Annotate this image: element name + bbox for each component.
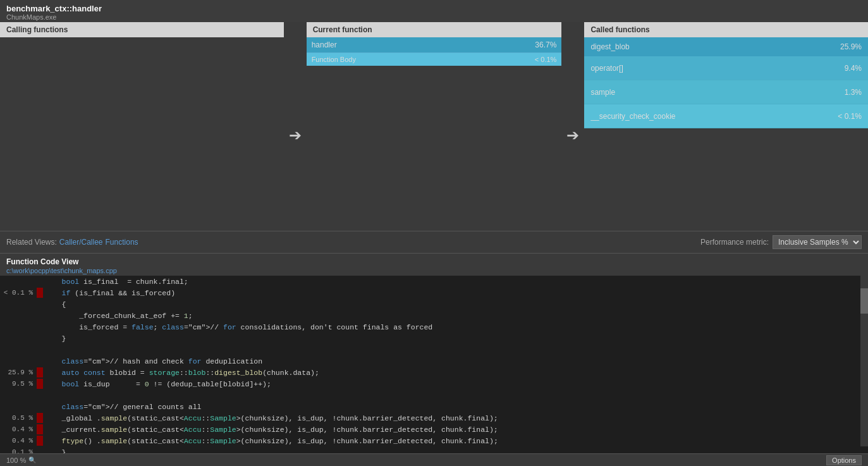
called-item-0-pct: 25.9% bbox=[840, 42, 862, 51]
line-highlight-indicator bbox=[37, 436, 43, 446]
table-row: is_forced = false; class="cm">// for con… bbox=[0, 321, 859, 333]
called-item-3-pct: < 0.1% bbox=[838, 112, 862, 121]
calling-functions-panel: Calling functions process 36.7% bbox=[0, 22, 284, 37]
line-highlight-indicator bbox=[37, 288, 43, 298]
table-row: 0.4 % ftype() .sample(static_cast<Accu::… bbox=[0, 435, 859, 446]
header-title: benchmark_ctx::handler bbox=[6, 4, 862, 13]
table-row: 9.5 % bool is_dup = 0 != (dedup_table[bl… bbox=[0, 378, 859, 389]
called-item-3-name: __security_check_cookie bbox=[590, 112, 675, 121]
line-code: class="cm">// hash and check for dedupli… bbox=[44, 357, 262, 365]
table-row: bool is_final = chunk.final; bbox=[0, 276, 859, 287]
table-row: < 0.1 % if (is_final && is_forced) bbox=[0, 287, 859, 298]
table-row bbox=[0, 344, 859, 355]
called-item-2-pct: 1.3% bbox=[845, 88, 862, 97]
called-item-1: operator[] 9.4% bbox=[584, 56, 868, 80]
line-pct: 0.4 % bbox=[0, 437, 37, 445]
line-code: is_forced = false; class="cm">// for con… bbox=[44, 323, 432, 331]
header: benchmark_ctx::handler ChunkMaps.exe bbox=[0, 0, 868, 22]
current-handler-name: handler bbox=[312, 40, 337, 49]
perf-metric-select[interactable]: Inclusive Samples % bbox=[773, 235, 862, 249]
current-handler-row: handler 36.7% bbox=[307, 37, 562, 53]
current-funcbody-pct: < 0.1% bbox=[535, 56, 557, 63]
related-views-right: Performance metric: Inclusive Samples % bbox=[700, 235, 862, 249]
zoom-value: 100 % bbox=[6, 457, 26, 464]
line-pct: 0.5 % bbox=[0, 414, 37, 422]
line-code: _forced_chunk_at_eof += 1; bbox=[44, 312, 193, 320]
table-row: _forced_chunk_at_eof += 1; bbox=[0, 310, 859, 321]
current-handler-pct: 36.7% bbox=[535, 40, 556, 49]
line-code: { bbox=[44, 300, 66, 309]
called-item-2-name: sample bbox=[590, 88, 615, 97]
flame-section: Calling functions process 36.7% ➔ Curren… bbox=[0, 22, 868, 231]
called-item-3: __security_check_cookie < 0.1% bbox=[584, 104, 868, 128]
table-row bbox=[0, 389, 859, 401]
table-row: class="cm">// general counts all bbox=[0, 401, 859, 412]
arrow-current-to-called: ➔ bbox=[561, 40, 584, 231]
called-item-1-name: operator[] bbox=[590, 64, 623, 73]
header-subtitle: ChunkMaps.exe bbox=[6, 13, 862, 21]
options-button[interactable]: Options bbox=[826, 455, 862, 465]
called-item-0-name: digest_blob bbox=[590, 42, 629, 51]
table-row: } bbox=[0, 333, 859, 344]
status-bar: 100 % 🔍 Options bbox=[0, 453, 868, 466]
called-functions-body[interactable]: digest_blob 25.9% operator[] 9.4% sample… bbox=[584, 37, 868, 128]
code-view-path: c:\work\pocpp\test\chunk_maps.cpp bbox=[6, 267, 862, 274]
functions-link[interactable]: Functions bbox=[106, 238, 138, 247]
code-view-title: Function Code View bbox=[6, 257, 862, 266]
code-area[interactable]: bool is_final = chunk.final;< 0.1 % if (… bbox=[0, 276, 868, 459]
line-pct: 0.4 % bbox=[0, 426, 37, 433]
line-code: _global .sample(static_cast<Accu::Sample… bbox=[44, 414, 498, 422]
zoom-icon: 🔍 bbox=[28, 457, 36, 463]
related-views-bar: Related Views: Caller/Callee Functions P… bbox=[0, 231, 868, 253]
table-row: 0.4 % _current.sample(static_cast<Accu::… bbox=[0, 424, 859, 435]
current-funcbody-row: Function Body < 0.1% bbox=[307, 53, 562, 66]
line-code: auto const blobid = storage::blob::diges… bbox=[44, 369, 319, 377]
line-code: } bbox=[44, 334, 66, 343]
status-zoom: 100 % 🔍 bbox=[6, 457, 36, 464]
related-views-label: Related Views: bbox=[6, 238, 57, 247]
current-function-panel: Current function handler 36.7% Function … bbox=[307, 22, 562, 66]
code-scrollbar-thumb[interactable] bbox=[860, 288, 868, 314]
called-item-1-pct: 9.4% bbox=[845, 64, 862, 73]
line-code: ftype() .sample(static_cast<Accu::Sample… bbox=[44, 437, 498, 445]
line-highlight-indicator bbox=[37, 413, 43, 423]
line-code: class="cm">// general counts all bbox=[44, 403, 201, 411]
code-lines: bool is_final = chunk.final;< 0.1 % if (… bbox=[0, 276, 868, 459]
related-views-left: Related Views: Caller/Callee Functions bbox=[6, 238, 138, 247]
line-pct: 9.5 % bbox=[0, 380, 37, 388]
arrow-calling-to-current: ➔ bbox=[284, 40, 307, 231]
current-funcbody-name: Function Body bbox=[312, 56, 356, 63]
called-functions-panel: Called functions digest_blob 25.9% opera… bbox=[584, 22, 868, 128]
line-highlight-indicator bbox=[37, 367, 43, 377]
called-item-2: sample 1.3% bbox=[584, 80, 868, 104]
current-function-body[interactable]: handler 36.7% Function Body < 0.1% bbox=[307, 37, 562, 66]
code-view-header: Function Code View c:\work\pocpp\test\ch… bbox=[0, 253, 868, 276]
table-row: 0.5 % _global .sample(static_cast<Accu::… bbox=[0, 412, 859, 424]
line-code: _current.sample(static_cast<Accu::Sample… bbox=[44, 426, 498, 434]
line-code: bool is_final = chunk.final; bbox=[44, 278, 188, 286]
table-row: 25.9 % auto const blobid = storage::blob… bbox=[0, 367, 859, 378]
current-function-header: Current function bbox=[307, 22, 562, 37]
line-code: bool is_dup = 0 != (dedup_table[blobid]+… bbox=[44, 380, 271, 388]
line-pct: < 0.1 % bbox=[0, 289, 37, 297]
line-code: if (is_final && is_forced) bbox=[44, 289, 175, 297]
calling-functions-header: Calling functions bbox=[0, 22, 284, 37]
line-pct: 25.9 % bbox=[0, 369, 37, 376]
line-highlight-indicator bbox=[37, 379, 43, 389]
code-scrollbar[interactable] bbox=[860, 276, 868, 446]
perf-metric-label: Performance metric: bbox=[700, 238, 769, 247]
called-functions-header: Called functions bbox=[584, 22, 868, 37]
table-row: class="cm">// hash and check for dedupli… bbox=[0, 355, 859, 367]
table-row: { bbox=[0, 298, 859, 310]
line-highlight-indicator bbox=[37, 424, 43, 434]
caller-callee-link[interactable]: Caller/Callee bbox=[59, 238, 103, 247]
